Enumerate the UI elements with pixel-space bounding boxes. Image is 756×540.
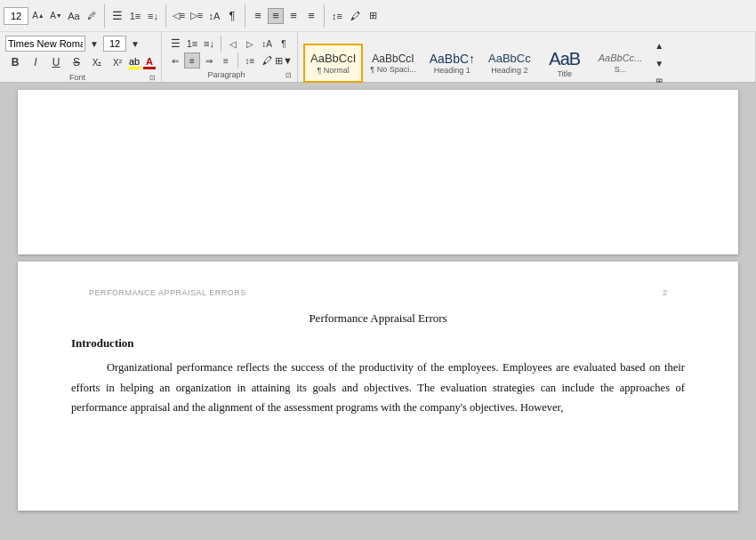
style-nospace-label: ¶ No Spaci...	[370, 65, 415, 74]
style-heading2[interactable]: AaBbCc Heading 2	[482, 44, 537, 83]
separator-1	[104, 4, 105, 28]
font-name-dropdown[interactable]: ▼	[86, 36, 102, 52]
style-nospace-preview: AaBbCcI	[372, 52, 414, 65]
style-subtitle-preview: AaBbCc...	[599, 52, 643, 64]
page-header: PERFORMANCE APPRAISAL ERRORS 2	[71, 288, 685, 297]
subscript-button[interactable]: X₂	[87, 53, 107, 71]
align-center-btn-2[interactable]: ≡	[184, 52, 200, 69]
style-normal-label: ¶ Normal	[317, 66, 349, 75]
style-no-spacing[interactable]: AaBbCcI ¶ No Spaci...	[364, 44, 422, 83]
align-left-button[interactable]: ≡	[250, 8, 266, 24]
ribbon-main-row: ▼ ▼ B I U S X₂ X² ab A	[0, 32, 756, 82]
line-spacing-btn-2[interactable]: ↕≡	[242, 52, 258, 69]
strikethrough-button[interactable]: S	[67, 53, 86, 71]
font-group: ▼ ▼ B I U S X₂ X² ab A	[0, 32, 162, 82]
style-title-label: Title	[557, 69, 572, 78]
justify-btn-2[interactable]: ≡	[218, 52, 234, 69]
align-right-button[interactable]: ≡	[286, 8, 302, 24]
font-name-input[interactable]	[5, 36, 85, 52]
sort-btn-2[interactable]: ↕A	[259, 36, 275, 52]
style-h2-preview: AaBbCc	[488, 52, 531, 66]
style-subtitle[interactable]: AaBbCc... S...	[592, 44, 649, 83]
styles-scroll-up[interactable]: ▲	[651, 37, 667, 53]
show-para-marks-button[interactable]: ¶	[224, 8, 240, 24]
decrease-indent-button[interactable]: ◁≡	[171, 8, 187, 24]
content-area: PERFORMANCE APPRAISAL ERRORS 2 Performan…	[0, 83, 756, 540]
style-heading1[interactable]: AaBbC↑ Heading 1	[423, 44, 481, 83]
style-title[interactable]: AaB Title	[538, 44, 591, 83]
increase-indent-button[interactable]: ▷≡	[189, 8, 205, 24]
grow-font-button[interactable]: A▲	[30, 8, 46, 24]
separator-2	[165, 4, 166, 28]
doc-paragraph-1: Organizational performance reflects the …	[71, 358, 685, 418]
style-h1-label: Heading 1	[434, 66, 470, 75]
shading-button[interactable]: 🖍	[347, 8, 363, 24]
align-left-btn-2[interactable]: ⇐	[167, 52, 183, 69]
multilevel-btn-2[interactable]: ≡↓	[201, 36, 217, 52]
style-subtitle-label: S...	[615, 65, 627, 74]
shading-btn-2[interactable]: 🖍	[259, 52, 275, 69]
font-size-input[interactable]	[4, 7, 28, 25]
shrink-font-button[interactable]: A▼	[48, 8, 64, 24]
font-size-dropdown-2[interactable]: ▼	[127, 36, 143, 52]
page-1	[18, 90, 738, 254]
style-normal[interactable]: AaBbCcI ¶ Normal	[303, 44, 363, 83]
bold-button[interactable]: B	[5, 53, 25, 71]
bullets-btn-2[interactable]: ☰	[167, 36, 183, 52]
font-expand-icon[interactable]: ⊡	[149, 74, 156, 82]
paragraph-expand-icon[interactable]: ⊡	[286, 71, 292, 79]
font-group-label: Font ⊡	[4, 73, 157, 83]
paragraph-group-label: Paragraph ⊡	[165, 70, 294, 80]
justify-button[interactable]: ≡	[303, 8, 319, 24]
styles-scroll-down[interactable]: ▼	[651, 55, 667, 71]
dec-indent-btn-2[interactable]: ◁	[225, 36, 241, 52]
sep-5	[221, 36, 221, 52]
paragraph-group: ☰ 1≡ ≡↓ ◁ ▷ ↕A ¶ ⇐ ≡ ⇒ ≡ ↕≡ 🖍	[162, 32, 298, 82]
para-row-1: ☰ 1≡ ≡↓ ◁ ▷ ↕A ¶	[167, 36, 292, 52]
numbering-btn-2[interactable]: 1≡	[184, 36, 200, 52]
inc-indent-btn-2[interactable]: ▷	[242, 36, 258, 52]
align-center-button[interactable]: ≡	[268, 8, 284, 24]
align-right-btn-2[interactable]: ⇒	[201, 52, 217, 69]
separator-4	[324, 4, 325, 28]
font-size-input-2[interactable]	[103, 36, 126, 52]
show-para-btn-2[interactable]: ¶	[276, 36, 292, 52]
page-2: PERFORMANCE APPRAISAL ERRORS 2 Performan…	[18, 262, 738, 511]
numbering-button[interactable]: 1≡	[127, 8, 143, 24]
style-h1-preview: AaBbC↑	[430, 52, 475, 67]
format-row: B I U S X₂ X² ab A	[5, 53, 156, 71]
doc-title: Performance Appraisal Errors	[71, 311, 685, 326]
font-color-button[interactable]: A	[143, 56, 156, 69]
styles-group: AaBbCcI ¶ Normal AaBbCcI ¶ No Spaci... A…	[298, 32, 756, 82]
sep-6	[237, 52, 238, 69]
page-number: 2	[663, 288, 667, 297]
bullets-button[interactable]: ☰	[109, 8, 125, 24]
doc-section-heading: Introduction	[71, 336, 685, 351]
font-name-row: ▼ ▼	[5, 36, 143, 52]
sort-button[interactable]: ↕A	[206, 8, 222, 24]
text-highlight-button[interactable]: ab	[128, 56, 141, 69]
style-normal-preview: AaBbCcI	[310, 52, 356, 66]
underline-button[interactable]: U	[46, 53, 66, 71]
superscript-button[interactable]: X²	[108, 53, 127, 71]
borders-button[interactable]: ⊞	[365, 8, 381, 24]
para-row-2: ⇐ ≡ ⇒ ≡ ↕≡ 🖍 ⊞▼	[167, 52, 292, 69]
separator-3	[245, 4, 245, 28]
italic-button[interactable]: I	[26, 53, 45, 71]
multilevel-list-button[interactable]: ≡↓	[145, 8, 161, 24]
clear-format-button[interactable]: 🖉	[84, 8, 100, 24]
style-h2-label: Heading 2	[491, 66, 527, 75]
line-spacing-button[interactable]: ↕≡	[329, 8, 345, 24]
style-title-preview: AaB	[549, 48, 580, 69]
header-left-text: PERFORMANCE APPRAISAL ERRORS	[89, 288, 246, 297]
change-case-button[interactable]: Aa	[66, 8, 82, 24]
borders-btn-2[interactable]: ⊞▼	[276, 52, 292, 69]
